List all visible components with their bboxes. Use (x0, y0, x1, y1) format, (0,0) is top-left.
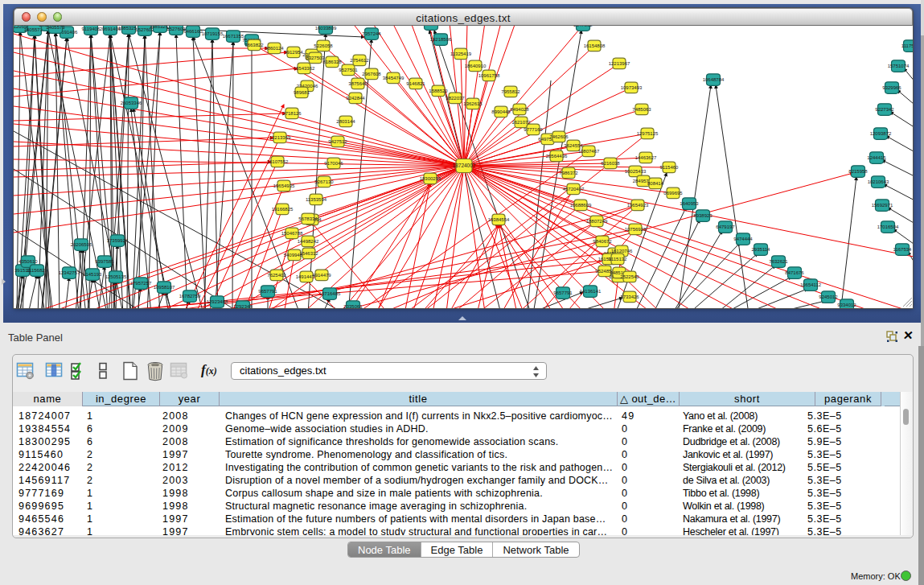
svg-text:17957257: 17957257 (130, 281, 152, 286)
svg-text:7632621: 7632621 (769, 259, 788, 264)
svg-text:9334012: 9334012 (837, 303, 856, 307)
svg-text:8471676: 8471676 (785, 270, 804, 275)
svg-text:12093872: 12093872 (870, 131, 892, 136)
svg-text:19166825: 19166825 (272, 207, 294, 212)
svg-text:6466160: 6466160 (183, 29, 203, 34)
svg-text:10807467: 10807467 (578, 149, 600, 154)
svg-text:9397585: 9397585 (95, 259, 114, 264)
svg-text:17359924: 17359924 (107, 238, 129, 243)
svg-text:9242844: 9242844 (346, 96, 365, 101)
svg-text:15751074: 15751074 (888, 64, 910, 68)
svg-text:16782759: 16782759 (179, 294, 201, 299)
svg-text:12923488: 12923488 (207, 299, 228, 304)
svg-text:12342757: 12342757 (59, 270, 80, 275)
svg-text:9119406: 9119406 (82, 27, 101, 31)
svg-text:9115460: 9115460 (660, 165, 680, 170)
svg-text:808414: 808414 (647, 181, 664, 186)
svg-text:11353594: 11353594 (306, 197, 327, 202)
svg-text:12505135: 12505135 (105, 274, 127, 279)
svg-text:9170046: 9170046 (324, 161, 343, 166)
svg-text:5267130: 5267130 (314, 179, 334, 184)
svg-text:16154808: 16154808 (584, 43, 606, 48)
svg-text:8938923: 8938923 (693, 213, 713, 218)
svg-text:10025433: 10025433 (625, 169, 647, 174)
svg-text:20206505: 20206505 (71, 242, 92, 247)
svg-text:10961758: 10961758 (478, 73, 500, 78)
svg-text:8186328: 8186328 (322, 60, 342, 64)
svg-text:16543362: 16543362 (294, 66, 315, 71)
svg-text:3624554: 3624554 (564, 143, 583, 148)
svg-text:1588520: 1588520 (429, 89, 448, 93)
svg-text:15692971: 15692971 (872, 203, 893, 208)
svg-text:7462606: 7462606 (549, 134, 569, 139)
svg-text:6494028: 6494028 (510, 107, 529, 112)
svg-text:11156829: 11156829 (27, 268, 47, 273)
svg-text:12975125: 12975125 (637, 131, 659, 136)
svg-text:9527501: 9527501 (339, 68, 358, 72)
svg-text:1244415: 1244415 (867, 155, 886, 160)
svg-text:18807249: 18807249 (586, 219, 608, 224)
svg-text:7986372: 7986372 (559, 171, 578, 175)
svg-text:1117534: 1117534 (901, 43, 913, 48)
svg-text:19654935: 19654935 (273, 183, 295, 188)
svg-text:2718126: 2718126 (282, 111, 302, 116)
svg-text:6479197: 6479197 (716, 225, 735, 229)
svg-text:2047862: 2047862 (573, 26, 593, 27)
svg-text:2754612: 2754612 (350, 58, 369, 63)
svg-text:8215958: 8215958 (848, 169, 868, 174)
svg-text:1145193: 1145193 (84, 272, 103, 277)
svg-text:16033809: 16033809 (315, 26, 337, 31)
svg-text:7955812: 7955812 (501, 89, 520, 94)
svg-text:2335061: 2335061 (343, 304, 363, 308)
svg-text:4914479: 4914479 (312, 273, 331, 278)
svg-text:12213967: 12213967 (609, 61, 630, 66)
svg-text:9840672: 9840672 (593, 239, 612, 244)
svg-text:7357244: 7357244 (362, 31, 381, 36)
svg-text:6216038: 6216038 (601, 161, 620, 166)
svg-text:18724007: 18724007 (453, 163, 476, 168)
svg-text:9860124: 9860124 (265, 46, 284, 51)
svg-text:4350610: 4350610 (18, 259, 38, 264)
svg-text:9245012: 9245012 (819, 295, 838, 299)
svg-text:2522540: 2522540 (620, 274, 639, 279)
svg-text:14498242: 14498242 (298, 239, 319, 244)
svg-text:15046788: 15046788 (281, 231, 303, 236)
svg-text:2935114: 2935114 (752, 247, 771, 252)
svg-text:8990448: 8990448 (491, 109, 511, 114)
svg-text:45720407: 45720407 (563, 187, 585, 192)
svg-text:9115132: 9115132 (609, 257, 628, 262)
svg-text:18640910: 18640910 (465, 64, 487, 68)
svg-text:1733426: 1733426 (620, 295, 639, 299)
svg-text:20564436: 20564436 (546, 154, 568, 159)
svg-text:10958107: 10958107 (154, 285, 175, 290)
svg-text:9474444: 9474444 (733, 237, 753, 241)
svg-text:1546312: 1546312 (299, 251, 318, 256)
svg-text:1292348: 1292348 (233, 304, 253, 308)
svg-text:1362615: 1362615 (463, 101, 483, 106)
svg-text:14136141: 14136141 (580, 289, 602, 294)
svg-text:8413094: 8413094 (421, 26, 441, 27)
svg-text:14463627: 14463627 (635, 155, 657, 160)
svg-text:5678334: 5678334 (298, 216, 318, 221)
svg-text:9657791: 9657791 (553, 290, 573, 295)
svg-text:9227342: 9227342 (875, 107, 894, 112)
svg-text:18300295: 18300295 (420, 176, 441, 181)
svg-text:989681: 989681 (294, 90, 310, 95)
svg-text:10210643: 10210643 (868, 179, 889, 184)
svg-text:9146821: 9146821 (406, 81, 425, 86)
svg-text:10756928: 10756928 (625, 227, 647, 232)
svg-text:3822037: 3822037 (446, 96, 465, 101)
svg-text:10654112: 10654112 (800, 282, 822, 287)
svg-text:10688609: 10688609 (570, 203, 592, 208)
svg-text:19384554: 19384554 (488, 217, 510, 222)
svg-text:9657791: 9657791 (258, 289, 277, 294)
svg-text:12213369: 12213369 (269, 135, 291, 140)
svg-text:7485063: 7485063 (632, 107, 651, 112)
svg-text:17016504: 17016504 (877, 225, 899, 229)
svg-text:10719155: 10719155 (202, 31, 224, 36)
svg-text:5226058: 5226058 (314, 43, 333, 48)
svg-text:0699695: 0699695 (663, 191, 683, 196)
svg-text:1640953: 1640953 (680, 201, 699, 206)
svg-text:1167534: 1167534 (893, 247, 913, 252)
svg-text:11325419: 11325419 (450, 51, 472, 56)
